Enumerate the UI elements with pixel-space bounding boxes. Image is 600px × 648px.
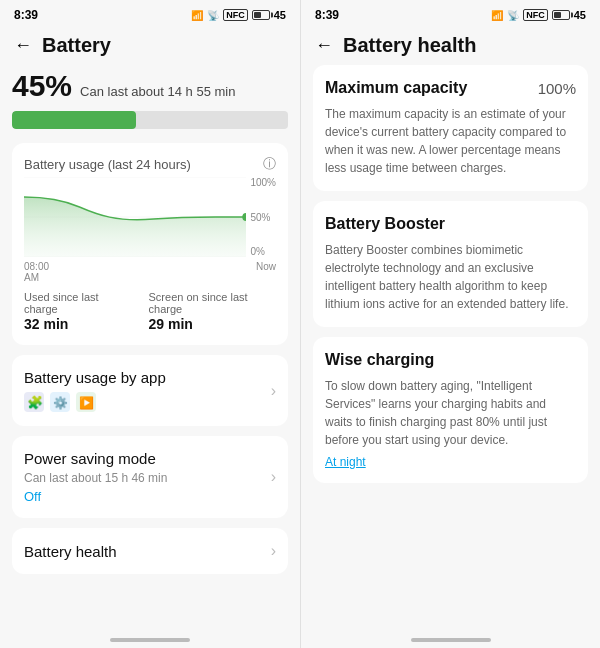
chevron-right-health: › bbox=[271, 542, 276, 560]
usage-chart-header: Battery usage (last 24 hours) ⓘ bbox=[24, 155, 276, 173]
max-capacity-desc: The maximum capacity is an estimate of y… bbox=[325, 105, 576, 177]
battery-status-icon bbox=[252, 10, 270, 20]
used-since-stat: Used since last charge 32 min bbox=[24, 291, 129, 333]
page-title-right: Battery health bbox=[343, 34, 476, 57]
settings-icon: ⚙️ bbox=[50, 392, 70, 412]
info-icon: ⓘ bbox=[263, 155, 276, 173]
nfc-icon: NFC bbox=[223, 9, 248, 21]
battery-percent-row: 45% Can last about 14 h 55 min bbox=[12, 69, 288, 103]
status-bar-right: 8:39 📶 📡 NFC 45 bbox=[301, 0, 600, 26]
back-button-right[interactable]: ← bbox=[315, 35, 333, 56]
screen-on-stat: Screen on since last charge 29 min bbox=[149, 291, 276, 333]
status-bar-left: 8:39 📶 📡 NFC 45 bbox=[0, 0, 300, 26]
screen-on-label: Screen on since last charge bbox=[149, 291, 276, 315]
health-content: Maximum capacity 100% The maximum capaci… bbox=[301, 65, 600, 630]
header-right: ← Battery health bbox=[301, 26, 600, 65]
svg-text:🧩: 🧩 bbox=[27, 394, 44, 411]
wise-charging-desc: To slow down battery aging, "Intelligent… bbox=[325, 377, 576, 449]
usage-chart-card: Battery usage (last 24 hours) ⓘ 100% 50%… bbox=[12, 143, 288, 345]
usage-stats: Used since last charge 32 min Screen on … bbox=[24, 291, 276, 333]
screen-on-val: 29 min bbox=[149, 316, 193, 332]
battery-bar-container bbox=[12, 111, 288, 129]
battery-percent-status-right: 45 bbox=[574, 9, 586, 21]
battery-percent: 45% bbox=[12, 69, 72, 103]
max-capacity-title: Maximum capacity bbox=[325, 79, 467, 97]
right-panel: 8:39 📶 📡 NFC 45 ← Battery health Maximum… bbox=[300, 0, 600, 648]
wise-charging-card: Wise charging To slow down battery aging… bbox=[313, 337, 588, 483]
chart-time-end: Now bbox=[256, 261, 276, 283]
battery-booster-header: Battery Booster bbox=[325, 215, 576, 233]
battery-booster-desc: Battery Booster combines biomimetic elec… bbox=[325, 241, 576, 313]
time-right: 8:39 bbox=[315, 8, 339, 22]
battery-status-icon-right bbox=[552, 10, 570, 20]
status-icons-left: 📶 📡 NFC 45 bbox=[191, 9, 286, 21]
status-icons-right: 📶 📡 NFC 45 bbox=[491, 9, 586, 21]
chart-area bbox=[24, 177, 276, 257]
header-left: ← Battery bbox=[0, 26, 300, 65]
max-capacity-value: 100% bbox=[538, 80, 576, 97]
home-indicator-right bbox=[411, 638, 491, 642]
sim-icon: 📶 bbox=[191, 10, 203, 21]
time-left: 8:39 bbox=[14, 8, 38, 22]
power-saving-left: Power saving mode Can last about 15 h 46… bbox=[24, 450, 167, 504]
power-saving-card[interactable]: Power saving mode Can last about 15 h 46… bbox=[12, 436, 288, 518]
chevron-right-apps: › bbox=[271, 382, 276, 400]
wise-charging-title: Wise charging bbox=[325, 351, 434, 369]
app-icons-row: 🧩 ⚙️ ▶️ bbox=[24, 392, 166, 412]
battery-chart-svg bbox=[24, 177, 246, 257]
battery-percent-status: 45 bbox=[274, 9, 286, 21]
max-capacity-card: Maximum capacity 100% The maximum capaci… bbox=[313, 65, 588, 191]
chart-time-start: 08:00 AM bbox=[24, 261, 49, 283]
used-since-label: Used since last charge bbox=[24, 291, 129, 315]
play-icon: ▶️ bbox=[76, 392, 96, 412]
battery-health-left: Battery health bbox=[24, 543, 117, 560]
wifi-icon-right: 📡 bbox=[507, 10, 519, 21]
svg-text:▶️: ▶️ bbox=[79, 395, 94, 410]
svg-text:⚙️: ⚙️ bbox=[53, 395, 68, 410]
battery-bar-fill bbox=[12, 111, 136, 129]
battery-by-app-card[interactable]: Battery usage by app 🧩 ⚙️ ▶ bbox=[12, 355, 288, 426]
nfc-icon-right: NFC bbox=[523, 9, 548, 21]
back-button-left[interactable]: ← bbox=[14, 35, 32, 56]
last-about-text: Can last about 14 h 55 min bbox=[80, 84, 235, 99]
wise-charging-link[interactable]: At night bbox=[325, 455, 576, 469]
battery-health-title: Battery health bbox=[24, 543, 117, 560]
home-indicator-left bbox=[110, 638, 190, 642]
battery-by-app-title: Battery usage by app bbox=[24, 369, 166, 386]
wifi-icon: 📡 bbox=[207, 10, 219, 21]
max-capacity-header: Maximum capacity 100% bbox=[325, 79, 576, 97]
page-title-left: Battery bbox=[42, 34, 111, 57]
wise-charging-header: Wise charging bbox=[325, 351, 576, 369]
chart-time-labels: 08:00 AM Now bbox=[24, 261, 276, 283]
used-since-val: 32 min bbox=[24, 316, 68, 332]
chevron-right-power: › bbox=[271, 468, 276, 486]
power-saving-status: Off bbox=[24, 489, 167, 504]
sim-icon-right: 📶 bbox=[491, 10, 503, 21]
battery-by-app-left: Battery usage by app 🧩 ⚙️ ▶ bbox=[24, 369, 166, 412]
battery-booster-card: Battery Booster Battery Booster combines… bbox=[313, 201, 588, 327]
left-content: 45% Can last about 14 h 55 min Battery u… bbox=[0, 65, 300, 630]
power-saving-title: Power saving mode bbox=[24, 450, 167, 467]
battery-booster-title: Battery Booster bbox=[325, 215, 445, 233]
power-saving-sub: Can last about 15 h 46 min bbox=[24, 471, 167, 485]
usage-chart-title: Battery usage (last 24 hours) bbox=[24, 157, 191, 172]
left-panel: 8:39 📶 📡 NFC 45 ← Battery 45% Can last a… bbox=[0, 0, 300, 648]
battery-health-card[interactable]: Battery health › bbox=[12, 528, 288, 574]
puzzle-icon: 🧩 bbox=[24, 392, 44, 412]
